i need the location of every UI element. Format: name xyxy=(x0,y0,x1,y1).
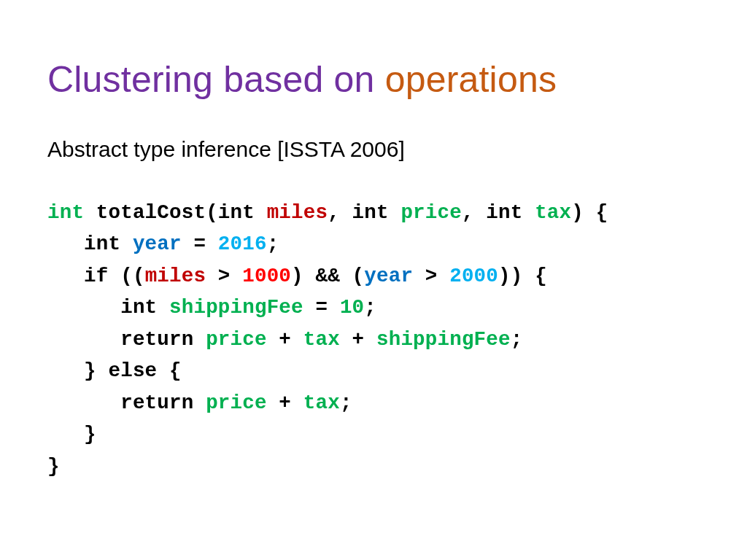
title-part1: Clustering based on xyxy=(47,59,385,100)
literal-10: 10 xyxy=(340,296,364,319)
kw-else: else xyxy=(109,359,158,382)
code-block: int totalCost(int miles, int price, int … xyxy=(47,197,703,482)
param-price: price xyxy=(400,201,462,224)
subtitle: Abstract type inference [ISSTA 2006] xyxy=(47,137,703,162)
func-name: totalCost xyxy=(96,201,206,224)
literal-2000: 2000 xyxy=(449,265,498,287)
param-miles: miles xyxy=(267,201,328,224)
literal-2016: 2016 xyxy=(218,233,267,255)
slide-title: Clustering based on operations xyxy=(47,58,703,101)
param-tax: tax xyxy=(535,201,571,224)
var-year: year xyxy=(133,233,182,255)
title-part2: operations xyxy=(385,59,557,100)
kw-return: return xyxy=(120,328,193,351)
slide: Clustering based on operations Abstract … xyxy=(0,0,747,560)
var-shippingfee: shippingFee xyxy=(169,296,303,319)
kw-if: if xyxy=(84,265,108,287)
type-int: int xyxy=(47,201,84,224)
literal-1000: 1000 xyxy=(242,265,291,287)
